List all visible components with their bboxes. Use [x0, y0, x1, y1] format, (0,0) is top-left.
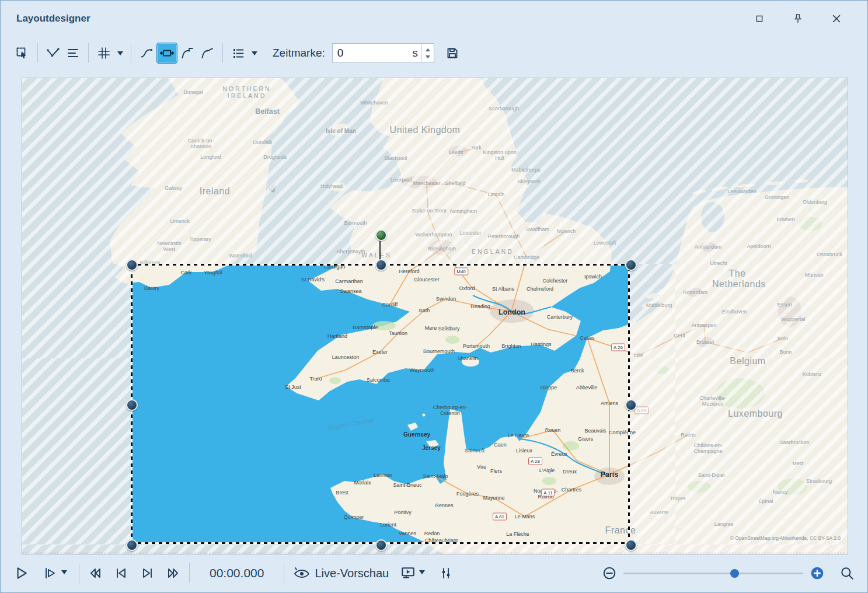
zoom-in-button[interactable]	[810, 566, 824, 580]
map-label: Apeldoorn	[747, 243, 771, 249]
titlebar: Layoutdesigner	[1, 1, 867, 37]
map-label: Cambridge	[514, 254, 539, 260]
save-button[interactable]	[442, 43, 462, 63]
map-label: Whitehaven	[360, 100, 388, 106]
skip-start-button[interactable]	[89, 566, 103, 580]
selection-handle-top-left[interactable]	[126, 259, 138, 271]
map-label: Waterford	[229, 253, 252, 259]
step-play-button[interactable]	[44, 566, 58, 580]
selection-handle-top-right[interactable]	[625, 259, 637, 271]
zoom-slider[interactable]	[623, 573, 803, 574]
rotation-handle[interactable]	[375, 229, 387, 241]
maximize-button[interactable]	[752, 11, 767, 26]
levels-button[interactable]	[439, 566, 453, 580]
map-attribution: © OpenStreetMap.org-Mitwirkende, CC BY-S…	[730, 535, 841, 541]
map-label: Châlons-en-Champagne	[682, 442, 734, 455]
map-label: Bonn	[779, 349, 792, 355]
curve-corner-icon	[180, 46, 194, 60]
next-frame-icon	[140, 566, 154, 580]
transport-separator	[189, 563, 190, 583]
map-label: Strasbourg	[806, 478, 832, 484]
zoom-tool-button[interactable]	[839, 566, 855, 581]
pin-button[interactable]	[790, 11, 806, 26]
map-label: Nancy	[773, 489, 788, 495]
map-label: Charleville-Mézières	[689, 395, 736, 407]
map-label: NORTHERN IRELAND	[219, 85, 275, 99]
selection-handle-bottom-right[interactable]	[625, 539, 637, 551]
map-label: Barmouth	[344, 220, 367, 226]
frame-arrows-icon	[160, 46, 174, 60]
presentation-dropdown chevron-down-icon[interactable]	[419, 570, 425, 577]
aspect-guide-line	[22, 553, 848, 553]
map-label: Newcastle West	[151, 240, 188, 253]
levels-icon	[439, 566, 453, 580]
zeitmarke-spinner-down[interactable]	[422, 53, 434, 62]
map-label: Isle of Man	[326, 128, 356, 134]
play-button[interactable]	[13, 566, 29, 581]
skip-end-button[interactable]	[166, 566, 180, 580]
spinner-down-icon	[426, 55, 430, 61]
zeitmarke-input[interactable]	[333, 47, 413, 60]
motion-frame-button[interactable]	[156, 43, 177, 64]
map-label: Antwerpen	[691, 322, 716, 328]
map-label: Middelburg	[646, 302, 672, 308]
selection-handle-bottom-left[interactable]	[126, 539, 138, 551]
map-label: Tipperary	[189, 236, 211, 242]
map-label: Carrick-on-Shannon	[179, 138, 222, 150]
s-curve-icon	[140, 46, 154, 60]
map-label: United Kingdom	[390, 125, 461, 135]
curve-smooth-button[interactable]	[197, 43, 217, 63]
tracks-button[interactable]	[63, 43, 83, 63]
step-play-dropdown chevron-down-icon[interactable]	[61, 570, 67, 577]
zoom-slider-thumb[interactable]	[730, 569, 739, 578]
prev-frame-button[interactable]	[114, 566, 128, 580]
map-label: Essen	[777, 302, 792, 308]
time-display: 00:00.000	[210, 566, 264, 580]
map-label: Rotterdam	[683, 289, 707, 295]
smooth-path-button[interactable]	[137, 43, 156, 63]
toolbar-separator	[88, 43, 89, 63]
selection-handle-middle-right[interactable]	[625, 399, 637, 411]
list-dropdown chevron-down-icon[interactable]	[252, 51, 257, 58]
curve-corner-button[interactable]	[177, 43, 197, 63]
map-label: Liverpool	[391, 177, 412, 183]
layoutdesigner-window: Layoutdesigner	[0, 0, 868, 593]
zeitmarke-field: s	[332, 43, 434, 63]
prev-frame-icon	[114, 566, 128, 580]
map-label: Galway	[165, 185, 182, 191]
keyframe-curve-button[interactable]	[43, 43, 63, 63]
toolbar-separator	[131, 43, 131, 63]
grid-dropdown chevron-down-icon[interactable]	[117, 51, 123, 58]
live-preview-label: Live-Vorschau	[315, 567, 389, 580]
zeitmarke-spinner-up[interactable]	[422, 44, 434, 53]
selection-handle-middle-left[interactable]	[126, 399, 138, 411]
list-button[interactable]	[228, 43, 248, 63]
map-label: Nottingham	[450, 208, 477, 214]
selection-handle-top-middle[interactable]	[375, 259, 387, 271]
selection-arrow-icon	[15, 46, 29, 60]
pin-icon	[792, 13, 804, 25]
map-label: Donegal	[183, 89, 203, 95]
skip-end-icon	[166, 566, 180, 580]
spinner-up-icon	[426, 46, 430, 51]
next-frame-button[interactable]	[140, 566, 154, 580]
map-label: WALES	[361, 252, 391, 259]
live-preview-toggle[interactable]	[294, 566, 310, 580]
map-label: Drogheda	[263, 154, 287, 160]
plus-circle-icon	[810, 566, 824, 580]
grid-button[interactable]	[94, 43, 114, 63]
map-label: Troyes	[670, 496, 685, 501]
map-label: Ireland	[200, 186, 230, 197]
close-icon	[831, 13, 842, 25]
select-tool-button[interactable]	[12, 43, 32, 63]
selection-handle-bottom-middle[interactable]	[375, 539, 387, 551]
close-button[interactable]	[829, 11, 844, 26]
save-icon	[445, 46, 459, 60]
map-canvas[interactable]: United KingdomIrelandFranceBelgiumThe Ne…	[22, 78, 848, 554]
selection-frame[interactable]	[131, 264, 630, 544]
map-label: ENGLAND	[472, 248, 514, 255]
map-label: Skegness	[517, 179, 541, 184]
zoom-out-button[interactable]	[602, 566, 616, 580]
map-label: Longford	[200, 154, 221, 160]
presentation-button[interactable]	[400, 566, 416, 581]
